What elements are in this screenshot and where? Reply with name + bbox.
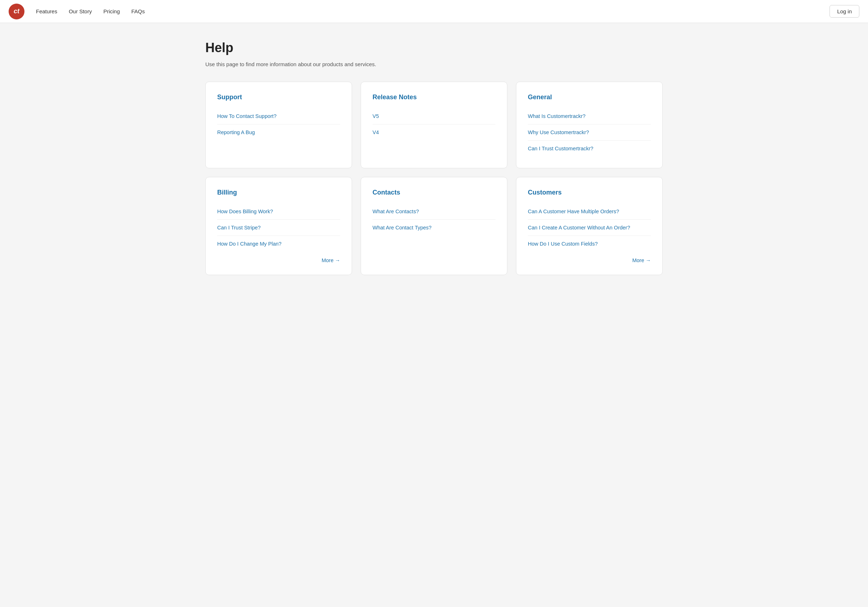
card-link-what-is-customertrackr[interactable]: What Is Customertrackr?	[528, 108, 651, 124]
main-content: Help Use this page to find more informat…	[197, 23, 671, 292]
card-link-what-are-contacts[interactable]: What Are Contacts?	[372, 203, 496, 220]
card-links-support: How To Contact Support?Reporting A Bug	[217, 108, 340, 157]
card-links-billing: How Does Billing Work?Can I Trust Stripe…	[217, 203, 340, 252]
card-link-can-i-create-a-customer-without-an-order[interactable]: Can I Create A Customer Without An Order…	[528, 220, 651, 236]
card-link-can-a-customer-have-multiple-orders[interactable]: Can A Customer Have Multiple Orders?	[528, 203, 651, 220]
card-link-how-does-billing-work[interactable]: How Does Billing Work?	[217, 203, 340, 220]
card-link-v5[interactable]: V5	[372, 108, 496, 124]
nav-link-pricing[interactable]: Pricing	[103, 8, 120, 14]
card-link-can-i-trust-stripe[interactable]: Can I Trust Stripe?	[217, 220, 340, 236]
card-links-customers: Can A Customer Have Multiple Orders?Can …	[528, 203, 651, 252]
card-customers: CustomersCan A Customer Have Multiple Or…	[516, 177, 663, 275]
navbar: FeaturesOur StoryPricingFAQs Log in	[0, 0, 868, 23]
card-support: SupportHow To Contact Support?Reporting …	[205, 82, 352, 168]
card-general: GeneralWhat Is Customertrackr?Why Use Cu…	[516, 82, 663, 168]
card-billing: BillingHow Does Billing Work?Can I Trust…	[205, 177, 352, 275]
cards-grid: SupportHow To Contact Support?Reporting …	[205, 82, 663, 275]
card-title-release-notes: Release Notes	[372, 93, 496, 101]
card-link-what-are-contact-types[interactable]: What Are Contact Types?	[372, 220, 496, 236]
card-title-contacts: Contacts	[372, 189, 496, 196]
card-links-contacts: What Are Contacts?What Are Contact Types…	[372, 203, 496, 263]
card-more-link-customers[interactable]: More →	[632, 258, 651, 263]
card-title-support: Support	[217, 93, 340, 101]
card-title-billing: Billing	[217, 189, 340, 196]
card-link-v4[interactable]: V4	[372, 124, 496, 140]
nav-link-our-story[interactable]: Our Story	[69, 8, 92, 14]
card-release-notes: Release NotesV5V4	[361, 82, 507, 168]
card-links-release-notes: V5V4	[372, 108, 496, 157]
card-link-how-to-contact-support[interactable]: How To Contact Support?	[217, 108, 340, 124]
page-subtitle: Use this page to find more information a…	[205, 61, 663, 67]
card-links-general: What Is Customertrackr?Why Use Customert…	[528, 108, 651, 157]
logo[interactable]	[9, 4, 25, 19]
card-link-can-i-trust-customertrackr[interactable]: Can I Trust Customertrackr?	[528, 141, 651, 157]
nav-links: FeaturesOur StoryPricingFAQs	[36, 8, 829, 14]
login-button[interactable]: Log in	[829, 5, 859, 18]
card-more-link-billing[interactable]: More →	[321, 258, 340, 263]
card-title-customers: Customers	[528, 189, 651, 196]
card-more-customers: More →	[528, 258, 651, 263]
card-link-why-use-customertrackr[interactable]: Why Use Customertrackr?	[528, 124, 651, 141]
card-link-how-do-i-use-custom-fields[interactable]: How Do I Use Custom Fields?	[528, 236, 651, 252]
page-title: Help	[205, 40, 663, 55]
logo-icon	[9, 4, 25, 19]
card-contacts: ContactsWhat Are Contacts?What Are Conta…	[361, 177, 507, 275]
card-link-reporting-a-bug[interactable]: Reporting A Bug	[217, 124, 340, 140]
card-title-general: General	[528, 93, 651, 101]
nav-link-features[interactable]: Features	[36, 8, 57, 14]
card-more-billing: More →	[217, 258, 340, 263]
nav-link-faqs[interactable]: FAQs	[131, 8, 145, 14]
card-link-how-do-i-change-my-plan[interactable]: How Do I Change My Plan?	[217, 236, 340, 252]
